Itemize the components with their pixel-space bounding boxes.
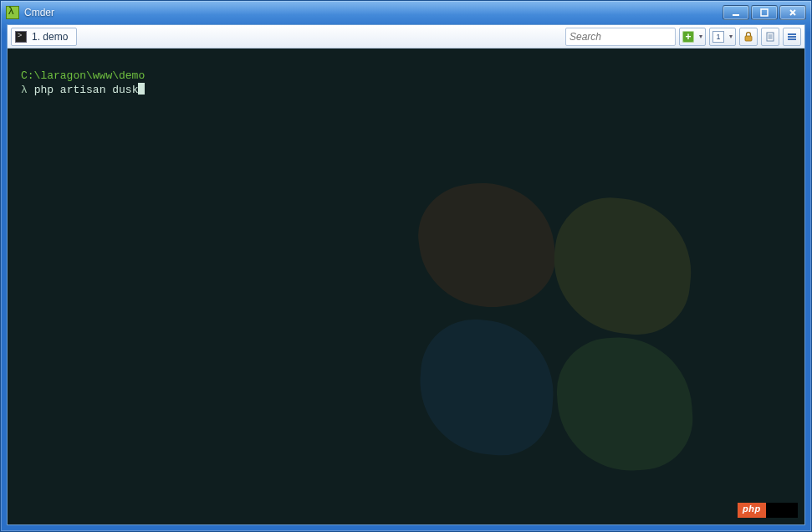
toolbar: 1. demo + ▾ 1 ▾	[8, 25, 804, 49]
new-tab-button[interactable]: + ▾	[679, 28, 706, 46]
minimize-button[interactable]	[723, 5, 749, 20]
terminal-text: C:\laragon\www\demo λ php artisan dusk	[8, 49, 804, 97]
prompt-symbol: λ	[21, 84, 28, 96]
console-icon	[15, 31, 27, 43]
title-bar[interactable]: Cmder	[1, 1, 811, 24]
close-button[interactable]	[779, 5, 806, 20]
menu-button[interactable]	[783, 28, 801, 46]
php-badge-label: php	[738, 503, 766, 518]
chevron-down-icon[interactable]: ▾	[729, 33, 733, 40]
window-title: Cmder	[24, 7, 54, 18]
chevron-down-icon[interactable]: ▾	[699, 33, 702, 40]
client-area: 1. demo + ▾ 1 ▾	[7, 24, 805, 525]
hamburger-icon	[786, 31, 798, 43]
number-icon: 1	[712, 31, 724, 43]
cwd-path: C:\laragon\www\demo	[21, 69, 145, 82]
close-icon	[788, 8, 798, 18]
windows-logo-watermark	[395, 182, 696, 483]
svg-rect-1	[761, 9, 768, 16]
php-badge: php	[738, 503, 798, 518]
notes-button[interactable]	[761, 28, 779, 46]
maximize-button[interactable]	[751, 5, 778, 20]
tab-label: 1. demo	[32, 31, 68, 43]
search-box[interactable]	[565, 28, 676, 46]
lock-button[interactable]	[739, 28, 758, 46]
cursor	[138, 83, 145, 95]
svg-rect-4	[745, 36, 752, 41]
svg-rect-0	[733, 14, 739, 16]
maximize-icon	[759, 8, 769, 18]
window-controls	[723, 5, 806, 20]
tab-demo[interactable]: 1. demo	[11, 28, 77, 46]
search-input[interactable]	[569, 31, 696, 43]
document-icon	[764, 31, 776, 43]
cmder-window: Cmder 1. demo	[0, 0, 812, 532]
minimize-icon	[731, 8, 741, 18]
command-text: php artisan dusk	[34, 84, 139, 96]
plus-icon: +	[682, 31, 694, 43]
app-icon	[6, 6, 19, 19]
lock-icon	[743, 31, 754, 43]
terminal-area[interactable]: C:\laragon\www\demo λ php artisan dusk p…	[8, 49, 804, 524]
console-list-button[interactable]: 1 ▾	[709, 28, 736, 46]
